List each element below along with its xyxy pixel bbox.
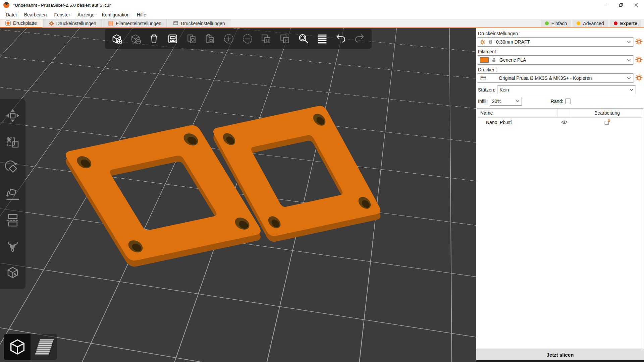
- gear-icon: [49, 21, 54, 26]
- menu-hilfe[interactable]: Hilfe: [133, 11, 150, 19]
- object-row-nano-pb[interactable]: Nano_Pb.stl: [477, 118, 643, 127]
- filament-dropdown[interactable]: Generic PLA: [477, 55, 634, 65]
- print-settings-dropdown[interactable]: 0.30mm DRAFT: [477, 37, 634, 47]
- undo-button[interactable]: [332, 30, 349, 48]
- settings-panel: Druckeinstellungen : 0.30mm DRAFT Filame…: [476, 28, 644, 362]
- mode-switcher: Einfach Advanced Experte: [541, 19, 644, 27]
- search-button[interactable]: [295, 30, 312, 48]
- printer-label: Drucker :: [478, 67, 643, 72]
- plater-icon: [5, 20, 11, 26]
- column-name: Name: [477, 110, 557, 116]
- menu-datei[interactable]: Datei: [2, 11, 20, 19]
- print-settings-value: 0.30mm DRAFT: [496, 39, 530, 45]
- chevron-down-icon: [627, 59, 631, 61]
- printer-icon: [480, 75, 487, 81]
- seam-tool-button: [3, 263, 22, 282]
- split-to-parts-button: [276, 30, 293, 48]
- tab-druckeinstellungen[interactable]: Druckeinstellungen: [43, 19, 102, 27]
- paint-supports-tool-button: [3, 237, 22, 256]
- view-mode-toggles: [4, 334, 57, 360]
- move-tool-button: [3, 106, 22, 125]
- prusaslicer-window: *Unbenannt - PrusaSlicer-2.5.0 basiert a…: [0, 0, 644, 362]
- red-dot-icon: [614, 21, 618, 25]
- main-area: Druckeinstellungen : 0.30mm DRAFT Filame…: [0, 28, 644, 362]
- filament-color-swatch: [480, 57, 489, 63]
- menu-konfiguration[interactable]: Konfiguration: [98, 11, 133, 19]
- copy-button: [183, 30, 200, 48]
- edit-object-button[interactable]: [604, 119, 610, 125]
- delete-object-button: [127, 30, 144, 48]
- remove-instance-button: [239, 30, 256, 48]
- menu-bearbeiten[interactable]: Bearbeiten: [20, 11, 51, 19]
- place-on-face-tool-button: [3, 185, 22, 203]
- filament-label: Filament :: [478, 49, 643, 54]
- cut-tool-button: [3, 211, 22, 230]
- printer-icon: [173, 21, 178, 26]
- supports-select[interactable]: Kein: [497, 85, 636, 94]
- print-settings-label: Druckeinstellungen :: [478, 31, 643, 36]
- prusa-logo-icon: [3, 2, 10, 8]
- paste-button: [202, 30, 218, 48]
- infill-select[interactable]: 20%: [490, 97, 522, 106]
- split-to-objects-button: [258, 30, 274, 48]
- mode-einfach-button[interactable]: Einfach: [541, 20, 571, 27]
- brim-checkbox[interactable]: [565, 99, 571, 104]
- tab-bar: Druckplatte Druckeinstellungen Filamente…: [0, 19, 644, 27]
- title-bar: *Unbenannt - PrusaSlicer-2.5.0 basiert a…: [0, 0, 644, 10]
- tab-druckereinstellungen[interactable]: Druckereinstellungen: [168, 19, 230, 27]
- printer-value: Original Prusa i3 MK3S & MK3S+ - Kopiere…: [499, 75, 592, 81]
- lock-icon: [491, 57, 497, 63]
- print-settings-gear-button[interactable]: [635, 38, 643, 46]
- filament-gear-button[interactable]: [635, 56, 643, 64]
- add-object-button[interactable]: [108, 30, 125, 48]
- object-list: Name Bearbeitung Nano_Pb.stl: [477, 108, 643, 349]
- gear-icon: [480, 39, 485, 45]
- model-nano-pb[interactable]: [0, 28, 476, 362]
- menu-bar: Datei Bearbeiten Fenster Anzeige Konfigu…: [0, 10, 644, 19]
- arrange-button[interactable]: [164, 30, 181, 48]
- scale-tool-button: [3, 132, 22, 151]
- chevron-down-icon: [627, 77, 631, 79]
- restore-button[interactable]: [613, 0, 629, 10]
- filament-icon: [108, 21, 113, 26]
- brim-label: Rand:: [551, 99, 563, 104]
- object-list-header: Name Bearbeitung: [477, 109, 643, 118]
- infill-label: Infill:: [478, 99, 488, 104]
- rotate-tool-button: [3, 159, 22, 177]
- tab-filamenteinstellungen[interactable]: Filamenteinstellungen: [103, 19, 167, 27]
- object-name: Nano_Pb.stl: [477, 120, 557, 125]
- chevron-down-icon: [516, 100, 520, 103]
- printer-gear-button[interactable]: [635, 74, 643, 82]
- 3d-viewport[interactable]: [0, 28, 476, 362]
- add-instance-button: [220, 30, 237, 48]
- 3d-editor-view-button[interactable]: [4, 334, 31, 360]
- close-button[interactable]: [629, 0, 644, 10]
- bottom-strip: [476, 360, 644, 362]
- yellow-dot-icon: [577, 21, 580, 25]
- menu-fenster[interactable]: Fenster: [50, 11, 73, 19]
- viewport-toolbar: [105, 29, 372, 49]
- printer-dropdown[interactable]: Original Prusa i3 MK3S & MK3S+ - Kopiere…: [477, 73, 634, 83]
- lock-icon: [488, 39, 493, 45]
- mode-advanced-button[interactable]: Advanced: [573, 20, 608, 27]
- visibility-eye-button[interactable]: [561, 120, 568, 124]
- window-title: *Unbenannt - PrusaSlicer-2.5.0 basiert a…: [13, 3, 111, 8]
- menu-anzeige[interactable]: Anzeige: [74, 11, 98, 19]
- filament-value: Generic PLA: [499, 57, 526, 63]
- column-visibility: [557, 109, 571, 117]
- green-dot-icon: [545, 21, 549, 25]
- preview-layers-view-button[interactable]: [31, 334, 57, 360]
- chevron-down-icon: [627, 41, 631, 43]
- gizmo-toolbar: [0, 99, 25, 289]
- delete-all-button[interactable]: [146, 30, 162, 48]
- column-bearbeitung: Bearbeitung: [571, 110, 643, 116]
- variable-layer-height-button[interactable]: [314, 30, 331, 48]
- redo-button: [351, 30, 368, 48]
- tab-druckplatte[interactable]: Druckplatte: [0, 19, 42, 27]
- supports-label: Stützen:: [478, 87, 495, 93]
- chevron-down-icon: [630, 88, 634, 91]
- minimize-button[interactable]: [598, 0, 613, 10]
- window-controls: [598, 0, 644, 10]
- slice-now-button[interactable]: Jetzt slicen: [476, 349, 644, 360]
- mode-experte-button[interactable]: Experte: [610, 20, 641, 27]
